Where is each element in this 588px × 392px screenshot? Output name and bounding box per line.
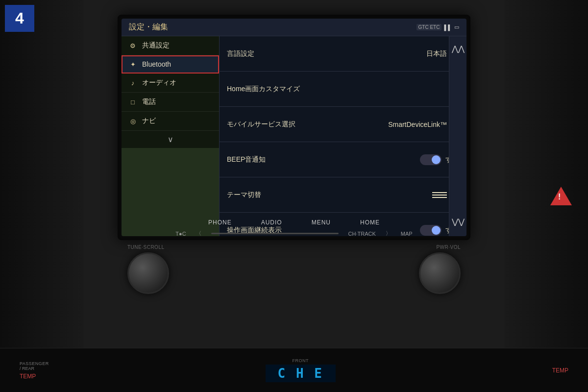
front-label: FRONT: [266, 358, 336, 363]
toggle-thumb-beep: [432, 155, 441, 164]
scroll-up-button[interactable]: ⋀⋀: [449, 36, 466, 61]
tune-knob[interactable]: [127, 252, 169, 294]
button-row: PHONE AUDIO MENU HOME: [118, 219, 470, 226]
signal-icon: ▌▌: [444, 24, 452, 30]
row-beep[interactable]: BEEP音通知 する: [220, 142, 466, 177]
warning-triangle: [549, 184, 573, 208]
bluetooth-icon: ✦: [128, 61, 137, 68]
climate-center: FRONT C H E: [266, 358, 336, 382]
row-home-customize[interactable]: Home画面カスタマイズ: [220, 72, 466, 107]
navi-icon: ◎: [128, 118, 137, 125]
scroll-arrows: ⋀⋀ ⋁⋁: [449, 36, 466, 236]
sidebar-item-phone[interactable]: □ 電話: [122, 93, 219, 112]
ch-track-label: CH·TRACK: [348, 231, 376, 237]
track-slider: [211, 233, 339, 234]
knob-labels-row: TUNE·SCROLL PWR·VOL: [118, 245, 470, 250]
phone-icon: □: [128, 98, 137, 106]
screen-content: 言語設定 日本語 ∨ Home画面カスタマイズ モバイルサービス選択 Smart…: [220, 36, 466, 236]
sidebar-label-bluetooth: Bluetooth: [142, 60, 171, 68]
sidebar-label-common: 共通設定: [142, 41, 170, 50]
screen-body: ⚙ 共通設定 ✦ Bluetooth ♪ オーディオ □: [122, 36, 466, 236]
audio-button[interactable]: AUDIO: [261, 219, 282, 226]
value-mobile-service: SmartDeviceLink™: [388, 121, 447, 128]
toc-label[interactable]: T●C: [175, 231, 186, 237]
screen: 設定・編集 GTC ETC ▌▌ ▭ ⚙ 共通設定: [122, 19, 466, 236]
climate-display: C H E: [266, 365, 336, 382]
content-rows: 言語設定 日本語 ∨ Home画面カスタマイズ モバイルサービス選択 Smart…: [220, 36, 466, 236]
triangle-icon: [550, 187, 572, 205]
track-row: T●C 〈 CH·TRACK 〉 MAP: [118, 230, 470, 237]
label-mobile-service: モバイルサービス選択: [227, 120, 383, 129]
phone-button[interactable]: PHONE: [208, 219, 232, 226]
screen-bezel: 設定・編集 GTC ETC ▌▌ ▭ ⚙ 共通設定: [118, 15, 470, 240]
track-left-arrow[interactable]: 〈: [196, 230, 201, 237]
sidebar-item-audio[interactable]: ♪ オーディオ: [122, 74, 219, 93]
label-beep: BEEP音通知: [227, 155, 415, 164]
sidebar-label-audio: オーディオ: [142, 78, 176, 87]
gtc-icon: GTC ETC: [416, 24, 442, 30]
dashboard: 設定・編集 GTC ETC ▌▌ ▭ ⚙ 共通設定: [0, 0, 588, 392]
side-panel-right: [505, 0, 588, 392]
temp-right-label: TEMP: [552, 367, 568, 374]
side-panel-left: [0, 0, 83, 392]
label-language: 言語設定: [227, 49, 421, 58]
menu-button[interactable]: MENU: [312, 219, 331, 226]
step-number: 4: [15, 9, 24, 27]
temp-left-label: TEMP: [20, 373, 49, 380]
pwr-vol-knob[interactable]: [419, 252, 461, 294]
sidebar-item-navi[interactable]: ◎ ナビ: [122, 112, 219, 131]
screen-title: 設定・編集: [129, 22, 168, 32]
toggle-track-beep: [420, 154, 441, 165]
control-panel: PHONE AUDIO MENU HOME T●C 〈 CH·TRACK 〉 M…: [118, 219, 470, 294]
status-icons: GTC ETC ▌▌ ▭: [416, 24, 459, 30]
settings-icon: ⚙: [128, 42, 137, 49]
tune-scroll-label: TUNE·SCROLL: [127, 245, 165, 250]
map-label[interactable]: MAP: [401, 231, 413, 237]
value-language: 日本語: [426, 49, 447, 58]
row-theme[interactable]: テーマ切替 ∨: [220, 177, 466, 213]
home-button[interactable]: HOME: [360, 219, 380, 226]
battery-icon: ▭: [454, 24, 459, 30]
track-right-arrow[interactable]: 〉: [386, 230, 391, 237]
label-home-customize: Home画面カスタマイズ: [227, 85, 459, 94]
screen-topbar: 設定・編集 GTC ETC ▌▌ ▭: [122, 19, 466, 36]
sidebar-more-button[interactable]: ∨: [122, 131, 219, 148]
passenger-rear-label: PASSENGER: [20, 361, 49, 366]
step-badge: 4: [5, 5, 34, 32]
pwr-vol-label: PWR·VOL: [436, 245, 461, 250]
sidebar-label-navi: ナビ: [142, 117, 156, 125]
rear-label: / REAR: [20, 366, 49, 371]
row-mobile-service[interactable]: モバイルサービス選択 SmartDeviceLink™ ∨: [220, 107, 466, 142]
climate-left: PASSENGER / REAR TEMP: [20, 361, 49, 380]
sidebar-item-common-settings[interactable]: ⚙ 共通設定: [122, 36, 219, 55]
sidebar-menu: ⚙ 共通設定 ✦ Bluetooth ♪ オーディオ □: [122, 36, 219, 236]
lines-icon-theme: [432, 192, 447, 198]
climate-bar: PASSENGER / REAR TEMP FRONT C H E TEMP: [0, 348, 588, 392]
label-theme: テーマ切替: [227, 191, 427, 199]
audio-icon: ♪: [128, 79, 137, 87]
sidebar-label-phone: 電話: [142, 98, 156, 106]
knobs-row: [118, 252, 470, 294]
screen-sidebar: ⚙ 共通設定 ✦ Bluetooth ♪ オーディオ □: [122, 36, 220, 236]
row-language[interactable]: 言語設定 日本語 ∨: [220, 36, 466, 72]
chevron-down-icon: ∨: [168, 135, 173, 144]
climate-right: TEMP: [552, 367, 568, 374]
sidebar-item-bluetooth[interactable]: ✦ Bluetooth: [122, 55, 219, 74]
